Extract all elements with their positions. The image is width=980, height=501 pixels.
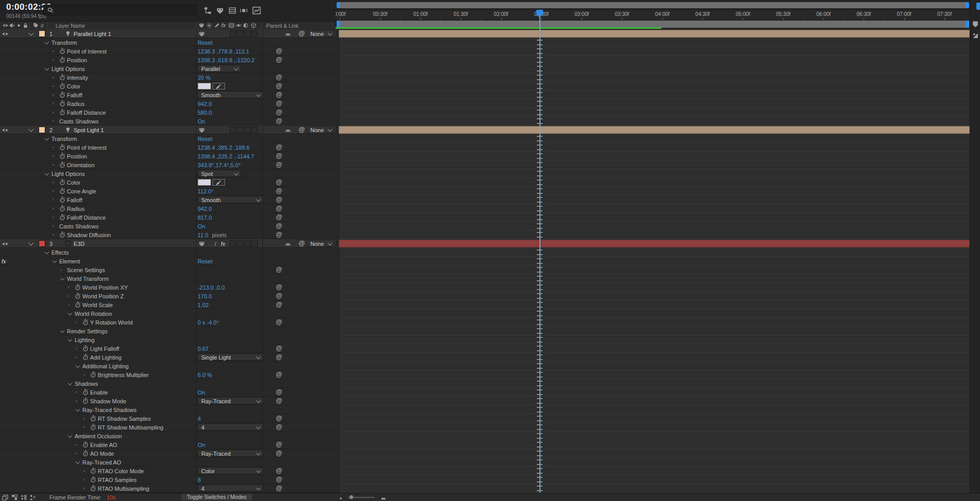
twirl-chevron-icon[interactable] bbox=[76, 460, 80, 464]
stopwatch-icon[interactable] bbox=[59, 48, 65, 55]
fx-switch-icon[interactable]: fx bbox=[221, 241, 225, 247]
navigator-start-handle[interactable] bbox=[337, 2, 340, 8]
prop-row[interactable]: World Position Z@170.0 bbox=[0, 292, 336, 300]
current-time-indicator-line[interactable] bbox=[539, 10, 540, 493]
property-label[interactable]: Cone Angle bbox=[67, 188, 96, 194]
property-value[interactable]: 1398.3 ,618.8 ,-1220.2 bbox=[198, 57, 255, 63]
switch-cell[interactable] bbox=[237, 127, 243, 133]
twirl-chevron-icon[interactable] bbox=[45, 40, 49, 44]
prop-row[interactable]: RT Shadow Samples@4 bbox=[0, 414, 336, 423]
stopwatch-icon[interactable] bbox=[90, 371, 96, 378]
expand-chevron-icon[interactable] bbox=[29, 241, 34, 246]
property-pickwhip-icon[interactable]: @ bbox=[276, 100, 282, 107]
group-label[interactable]: Effects bbox=[51, 249, 68, 256]
parent-dropdown[interactable]: None bbox=[307, 30, 335, 37]
prop-row[interactable]: World Position XY@-213.0 ,0.0 bbox=[0, 283, 336, 292]
stopwatch-icon[interactable] bbox=[59, 100, 65, 107]
property-pickwhip-icon[interactable]: @ bbox=[276, 161, 282, 168]
property-label[interactable]: Radius bbox=[67, 101, 84, 107]
group-label[interactable]: Light Options bbox=[51, 66, 85, 72]
expand-layer-switches-icon[interactable] bbox=[2, 494, 8, 500]
time-navigator-bar[interactable] bbox=[337, 2, 969, 8]
layer-label-swatch[interactable] bbox=[39, 30, 45, 37]
motion-blur-icon[interactable] bbox=[240, 7, 248, 14]
group-row[interactable]: Lighting bbox=[0, 335, 336, 344]
prop-row[interactable]: Color@ bbox=[0, 178, 336, 187]
property-value[interactable]: 1238.3 ,778.8 ,113.1 bbox=[198, 48, 249, 55]
zoom-in-icon[interactable] bbox=[379, 495, 388, 500]
stopwatch-icon[interactable] bbox=[59, 144, 65, 151]
prop-row[interactable]: Intensity@20 % bbox=[0, 73, 336, 82]
property-label[interactable]: AO Mode bbox=[90, 451, 114, 457]
property-pickwhip-icon[interactable]: @ bbox=[276, 415, 282, 422]
property-value[interactable]: 942.0 bbox=[198, 101, 212, 107]
group-label[interactable]: Additional Lighting bbox=[82, 363, 129, 369]
property-pickwhip-icon[interactable]: @ bbox=[276, 117, 282, 124]
stopwatch-icon[interactable] bbox=[90, 468, 96, 474]
property-value[interactable]: 4 bbox=[198, 416, 201, 422]
twirl-chevron-icon[interactable] bbox=[68, 381, 72, 385]
property-value[interactable]: 343.8°,17.4°,5.0° bbox=[198, 162, 241, 168]
stopwatch-icon[interactable] bbox=[82, 450, 89, 457]
stopwatch-icon[interactable] bbox=[59, 205, 65, 212]
prop-row[interactable]: Point of Interest@1238.4 ,385.2 ,188.6 bbox=[0, 143, 336, 152]
parent-pickwhip-icon[interactable] bbox=[285, 127, 291, 133]
group-label[interactable]: Ray-Traced Shadows bbox=[82, 407, 136, 413]
shy-switch-icon[interactable] bbox=[199, 241, 205, 247]
property-pickwhip-icon[interactable]: @ bbox=[276, 91, 282, 98]
twirl-chevron-icon[interactable] bbox=[60, 329, 64, 333]
property-pickwhip-icon[interactable]: @ bbox=[276, 47, 282, 55]
property-value[interactable]: 0 x -4.0° bbox=[198, 319, 219, 326]
render-time-pane-icon[interactable] bbox=[29, 494, 36, 500]
value-dropdown[interactable]: Ray-Traced bbox=[198, 450, 263, 457]
property-pickwhip-icon[interactable]: @ bbox=[276, 450, 282, 457]
stopwatch-icon[interactable] bbox=[90, 415, 96, 422]
prop-row[interactable]: Falloff@Smooth bbox=[0, 91, 336, 99]
group-label[interactable]: Light Options bbox=[51, 171, 85, 177]
group-row[interactable]: Additional Lighting bbox=[0, 362, 336, 370]
group-label[interactable]: Ray-Traced AO bbox=[82, 459, 121, 466]
prop-row[interactable]: Radius@942.0 bbox=[0, 204, 336, 213]
property-pickwhip-icon[interactable]: @ bbox=[276, 187, 282, 194]
property-value[interactable]: 112.0° bbox=[198, 188, 214, 194]
prop-row[interactable]: Cone Angle@112.0° bbox=[0, 187, 336, 195]
shy-switch-icon[interactable] bbox=[199, 31, 205, 37]
property-pickwhip-icon[interactable]: @ bbox=[276, 74, 282, 81]
prop-row[interactable]: Enable@On bbox=[0, 388, 336, 397]
value-dropdown[interactable]: Color bbox=[198, 467, 263, 474]
property-label[interactable]: World Position XY bbox=[82, 284, 128, 291]
stopwatch-icon[interactable] bbox=[75, 284, 81, 291]
stopwatch-icon[interactable] bbox=[82, 389, 89, 396]
quality-switch-icon[interactable]: / bbox=[215, 241, 216, 247]
reset-link[interactable]: Reset bbox=[198, 136, 213, 142]
property-label[interactable]: Point of Interest bbox=[67, 48, 107, 55]
navigator-end-handle[interactable] bbox=[966, 2, 969, 8]
property-value[interactable]: On bbox=[198, 389, 205, 396]
property-value[interactable]: On bbox=[198, 118, 205, 124]
value-dropdown[interactable]: Parallel bbox=[198, 65, 241, 72]
stopwatch-icon[interactable] bbox=[59, 188, 65, 194]
property-value[interactable]: 11.0 bbox=[198, 232, 208, 238]
parent-dropdown[interactable]: None bbox=[307, 240, 335, 247]
property-value[interactable]: 1238.4 ,385.2 ,188.6 bbox=[198, 145, 250, 151]
property-pickwhip-icon[interactable]: @ bbox=[276, 353, 282, 361]
property-pickwhip-icon[interactable]: @ bbox=[276, 82, 282, 90]
eyedropper-button[interactable] bbox=[213, 179, 225, 186]
prop-row[interactable]: Falloff@Smooth bbox=[0, 195, 336, 204]
frame-blend-icon[interactable] bbox=[229, 7, 236, 14]
property-value[interactable]: On bbox=[198, 442, 205, 448]
prop-row[interactable]: RT Shadow Multisampling@4 bbox=[0, 423, 336, 432]
group-label[interactable]: World Rotation bbox=[75, 311, 112, 317]
prop-row[interactable]: Casts Shadows@On bbox=[0, 222, 336, 230]
property-value[interactable]: 817.0 bbox=[198, 214, 212, 221]
effect-active-fx-badge[interactable]: fx bbox=[2, 258, 6, 264]
stopwatch-icon[interactable] bbox=[82, 354, 89, 361]
switch-cell[interactable] bbox=[230, 30, 236, 37]
value-dropdown[interactable]: Smooth bbox=[198, 91, 263, 98]
stopwatch-icon[interactable] bbox=[59, 109, 65, 116]
property-label[interactable]: Color bbox=[67, 180, 80, 186]
property-pickwhip-icon[interactable]: @ bbox=[276, 152, 282, 159]
expand-chevron-icon[interactable] bbox=[29, 127, 34, 132]
group-label[interactable]: Transform bbox=[51, 136, 77, 142]
switch-cell[interactable] bbox=[251, 240, 258, 247]
